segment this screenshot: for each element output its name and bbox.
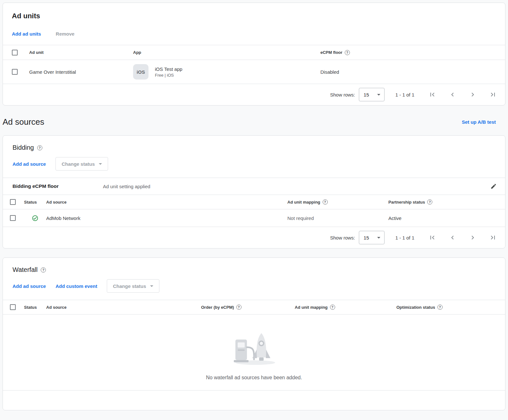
last-page-button[interactable] — [489, 91, 497, 98]
first-page-button[interactable] — [428, 91, 436, 98]
setup-ab-test-link[interactable]: Set up A/B test — [462, 119, 496, 125]
first-page-icon — [428, 91, 436, 98]
column-ad-source: Ad source — [46, 305, 201, 310]
waterfall-title: Waterfall — [13, 266, 38, 273]
column-order-by-ecpm: Order (by eCPM) — [201, 305, 295, 310]
bidding-pagination: Show rows: 15 1 - 1 of 1 — [3, 227, 505, 248]
ad-units-pagination: Show rows: 15 1 - 1 of 1 — [3, 84, 505, 105]
first-page-icon — [428, 234, 436, 241]
ad-units-table-header: Ad unit App eCPM floor — [3, 45, 505, 60]
pagination-range: 1 - 1 of 1 — [395, 92, 414, 97]
help-icon[interactable] — [427, 199, 432, 205]
column-status: Status — [24, 200, 46, 205]
bidding-title: Bidding — [13, 144, 34, 151]
row-checkbox[interactable] — [12, 69, 18, 75]
bidding-ecpm-floor-row: Bidding eCPM floor Ad unit setting appli… — [3, 178, 505, 195]
last-page-button[interactable] — [489, 234, 497, 241]
help-icon[interactable] — [41, 267, 46, 273]
help-icon[interactable] — [37, 145, 42, 150]
bidding-card: Bidding Add ad source Change status Bidd… — [3, 135, 505, 248]
select-all-checkbox[interactable] — [10, 199, 16, 205]
help-icon[interactable] — [330, 305, 335, 310]
ecpm-floor-value: Disabled — [320, 69, 505, 75]
rocket-fueling-illustration — [228, 326, 280, 366]
table-row: AdMob Network Not required Active — [3, 209, 505, 227]
waterfall-empty-message: No waterfall ad sources have been added. — [3, 375, 505, 381]
chevron-right-icon — [469, 91, 477, 98]
next-page-button[interactable] — [469, 91, 477, 98]
app-meta: Free | iOS — [155, 73, 182, 78]
bidding-change-status-button: Change status — [55, 157, 108, 171]
pagination-range: 1 - 1 of 1 — [395, 235, 414, 240]
add-custom-event-link[interactable]: Add custom event — [55, 283, 97, 289]
check-circle-icon — [32, 215, 38, 222]
chevron-down-icon — [99, 163, 102, 165]
partnership-status-value: Active — [388, 215, 505, 221]
waterfall-footer — [3, 390, 505, 410]
ad-units-title: Ad units — [12, 12, 496, 20]
help-icon[interactable] — [345, 50, 350, 55]
chevron-down-icon — [150, 285, 153, 287]
bidding-table-header: Status Ad source Ad unit mapping Partner… — [3, 195, 505, 209]
bidding-ecpm-floor-value: Ad unit setting applied — [103, 184, 150, 189]
bidding-add-ad-source-link[interactable]: Add ad source — [13, 161, 46, 167]
column-ad-unit-mapping: Ad unit mapping — [287, 199, 388, 205]
row-checkbox[interactable] — [10, 215, 16, 221]
chevron-right-icon — [469, 234, 477, 241]
first-page-button[interactable] — [428, 234, 436, 241]
chevron-left-icon — [449, 234, 456, 241]
help-icon[interactable] — [236, 305, 241, 310]
column-optimization-status: Optimization status — [396, 305, 505, 310]
ios-app-icon: iOS — [133, 64, 148, 80]
column-partnership-status: Partnership status — [388, 199, 505, 205]
app-name: iOS Test app — [155, 66, 182, 72]
show-rows-label: Show rows: — [330, 235, 355, 240]
add-ad-units-link[interactable]: Add ad units — [12, 31, 41, 37]
mediation-page: Ad units Add ad units Remove Ad unit App… — [0, 0, 508, 413]
edit-ecpm-floor-button[interactable] — [490, 183, 497, 189]
column-app: App — [133, 50, 320, 55]
ad-unit-name[interactable]: Game Over Interstitial — [29, 69, 133, 75]
column-status: Status — [24, 305, 46, 310]
select-all-checkbox[interactable] — [10, 304, 16, 310]
waterfall-add-ad-source-link[interactable]: Add ad source — [13, 283, 46, 289]
ad-source-name[interactable]: AdMob Network — [46, 215, 287, 221]
prev-page-button[interactable] — [449, 234, 456, 241]
chevron-left-icon — [449, 91, 456, 98]
help-icon[interactable] — [437, 305, 443, 310]
show-rows-label: Show rows: — [330, 92, 355, 97]
ad-sources-title: Ad sources — [3, 117, 44, 127]
waterfall-table-header: Status Ad source Order (by eCPM) Ad unit… — [3, 300, 505, 315]
table-row: Game Over Interstitial iOS iOS Test app … — [3, 60, 505, 84]
waterfall-change-status-button: Change status — [107, 279, 159, 293]
rows-per-page-select[interactable]: 15 — [359, 88, 385, 101]
ad-sources-section-header: Ad sources Set up A/B test — [3, 117, 496, 127]
remove-ad-units-link: Remove — [56, 31, 74, 37]
column-ecpm-floor: eCPM floor — [320, 50, 505, 55]
chevron-down-icon — [377, 94, 380, 96]
waterfall-empty-state: No waterfall ad sources have been added. — [3, 315, 505, 390]
last-page-icon — [489, 91, 497, 98]
column-ad-unit-mapping: Ad unit mapping — [295, 305, 396, 310]
rows-per-page-select[interactable]: 15 — [359, 231, 385, 244]
edit-icon — [490, 183, 497, 189]
ad-unit-mapping-value: Not required — [287, 215, 388, 221]
column-ad-source: Ad source — [46, 200, 287, 205]
waterfall-card: Waterfall Add ad source Add custom event… — [3, 257, 505, 410]
chevron-down-icon — [377, 237, 380, 239]
bidding-ecpm-floor-label: Bidding eCPM floor — [13, 183, 103, 189]
select-all-checkbox[interactable] — [12, 50, 18, 55]
prev-page-button[interactable] — [449, 91, 456, 98]
last-page-icon — [489, 234, 497, 241]
next-page-button[interactable] — [469, 234, 477, 241]
column-ad-unit: Ad unit — [29, 50, 133, 55]
ad-units-card: Ad units Add ad units Remove Ad unit App… — [3, 3, 505, 105]
help-icon[interactable] — [323, 199, 328, 205]
